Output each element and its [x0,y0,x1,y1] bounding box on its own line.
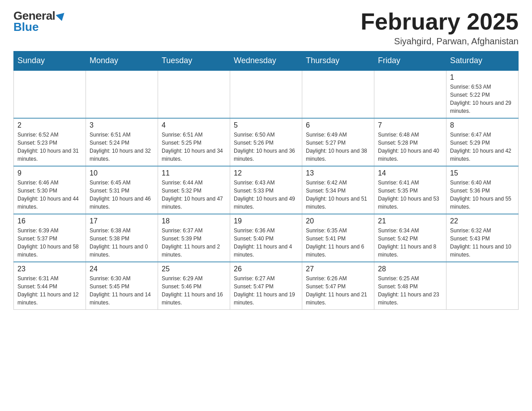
weekday-header-wednesday: Wednesday [230,51,302,71]
calendar-table: SundayMondayTuesdayWednesdayThursdayFrid… [13,51,519,310]
day-number: 16 [17,217,82,225]
calendar-cell [374,70,446,118]
day-info: Sunrise: 6:42 AM Sunset: 5:34 PM Dayligh… [306,179,370,211]
calendar-cell: 10Sunrise: 6:45 AM Sunset: 5:31 PM Dayli… [86,166,158,214]
calendar-cell: 2Sunrise: 6:52 AM Sunset: 5:23 PM Daylig… [14,118,86,166]
day-number: 17 [90,217,154,225]
day-number: 4 [162,121,226,129]
weekday-header-monday: Monday [86,51,158,71]
calendar-cell: 22Sunrise: 6:32 AM Sunset: 5:43 PM Dayli… [446,214,519,262]
calendar-cell: 3Sunrise: 6:51 AM Sunset: 5:24 PM Daylig… [86,118,158,166]
day-number: 24 [90,265,154,273]
day-number: 25 [162,265,226,273]
day-info: Sunrise: 6:38 AM Sunset: 5:38 PM Dayligh… [90,227,154,259]
calendar-cell: 9Sunrise: 6:46 AM Sunset: 5:30 PM Daylig… [14,166,86,214]
calendar-cell: 25Sunrise: 6:29 AM Sunset: 5:46 PM Dayli… [158,262,230,310]
day-number: 8 [450,121,515,129]
day-info: Sunrise: 6:30 AM Sunset: 5:45 PM Dayligh… [90,274,154,307]
day-number: 22 [450,217,515,225]
calendar-cell: 16Sunrise: 6:39 AM Sunset: 5:37 PM Dayli… [14,214,86,262]
weekday-header-thursday: Thursday [302,51,374,71]
day-info: Sunrise: 6:49 AM Sunset: 5:27 PM Dayligh… [306,131,370,163]
day-info: Sunrise: 6:41 AM Sunset: 5:35 PM Dayligh… [378,179,442,211]
day-info: Sunrise: 6:36 AM Sunset: 5:40 PM Dayligh… [234,227,298,259]
weekday-header-sunday: Sunday [14,51,86,71]
day-info: Sunrise: 6:35 AM Sunset: 5:41 PM Dayligh… [306,227,370,259]
day-info: Sunrise: 6:39 AM Sunset: 5:37 PM Dayligh… [17,227,82,259]
calendar-cell: 6Sunrise: 6:49 AM Sunset: 5:27 PM Daylig… [302,118,374,166]
calendar-week-row: 9Sunrise: 6:46 AM Sunset: 5:30 PM Daylig… [14,166,519,214]
calendar-week-row: 1Sunrise: 6:53 AM Sunset: 5:22 PM Daylig… [14,70,519,118]
day-info: Sunrise: 6:31 AM Sunset: 5:44 PM Dayligh… [17,274,82,307]
calendar-cell [158,70,230,118]
day-number: 13 [306,169,370,177]
day-number: 10 [90,169,154,177]
calendar-cell [86,70,158,118]
day-number: 19 [234,217,298,225]
day-number: 21 [378,217,442,225]
calendar-cell: 8Sunrise: 6:47 AM Sunset: 5:29 PM Daylig… [446,118,519,166]
calendar-cell: 13Sunrise: 6:42 AM Sunset: 5:34 PM Dayli… [302,166,374,214]
calendar-cell [446,262,519,310]
page-title: February 2025 [360,9,519,34]
calendar-cell: 12Sunrise: 6:43 AM Sunset: 5:33 PM Dayli… [230,166,302,214]
calendar-week-row: 16Sunrise: 6:39 AM Sunset: 5:37 PM Dayli… [14,214,519,262]
calendar-cell: 19Sunrise: 6:36 AM Sunset: 5:40 PM Dayli… [230,214,302,262]
day-number: 15 [450,169,515,177]
calendar-week-row: 23Sunrise: 6:31 AM Sunset: 5:44 PM Dayli… [14,262,519,310]
day-number: 14 [378,169,442,177]
weekday-header-saturday: Saturday [446,51,519,71]
calendar-cell: 15Sunrise: 6:40 AM Sunset: 5:36 PM Dayli… [446,166,519,214]
calendar-cell: 4Sunrise: 6:51 AM Sunset: 5:25 PM Daylig… [158,118,230,166]
calendar-cell [302,70,374,118]
page-subtitle: Siyahgird, Parwan, Afghanistan [360,36,519,47]
day-number: 5 [234,121,298,129]
calendar-cell: 20Sunrise: 6:35 AM Sunset: 5:41 PM Dayli… [302,214,374,262]
day-number: 18 [162,217,226,225]
day-info: Sunrise: 6:26 AM Sunset: 5:47 PM Dayligh… [306,274,370,307]
day-info: Sunrise: 6:27 AM Sunset: 5:47 PM Dayligh… [234,274,298,307]
calendar-cell: 18Sunrise: 6:37 AM Sunset: 5:39 PM Dayli… [158,214,230,262]
logo-blue-text: Blue [13,20,39,34]
day-number: 9 [17,169,82,177]
day-info: Sunrise: 6:34 AM Sunset: 5:42 PM Dayligh… [378,227,442,259]
day-info: Sunrise: 6:29 AM Sunset: 5:46 PM Dayligh… [162,274,226,307]
day-info: Sunrise: 6:50 AM Sunset: 5:26 PM Dayligh… [234,131,298,163]
day-info: Sunrise: 6:32 AM Sunset: 5:43 PM Dayligh… [450,227,515,259]
calendar-cell: 28Sunrise: 6:25 AM Sunset: 5:48 PM Dayli… [374,262,446,310]
day-info: Sunrise: 6:48 AM Sunset: 5:28 PM Dayligh… [378,131,442,163]
page-header: General Blue February 2025 Siyahgird, Pa… [13,9,519,47]
day-info: Sunrise: 6:25 AM Sunset: 5:48 PM Dayligh… [378,274,442,307]
weekday-header-friday: Friday [374,51,446,71]
calendar-cell: 27Sunrise: 6:26 AM Sunset: 5:47 PM Dayli… [302,262,374,310]
day-number: 2 [17,121,82,129]
calendar-cell: 7Sunrise: 6:48 AM Sunset: 5:28 PM Daylig… [374,118,446,166]
day-number: 28 [378,265,442,273]
day-info: Sunrise: 6:51 AM Sunset: 5:24 PM Dayligh… [90,131,154,163]
calendar-cell: 23Sunrise: 6:31 AM Sunset: 5:44 PM Dayli… [14,262,86,310]
calendar-cell [14,70,86,118]
day-info: Sunrise: 6:47 AM Sunset: 5:29 PM Dayligh… [450,131,515,163]
day-number: 26 [234,265,298,273]
day-number: 23 [17,265,82,273]
calendar-cell: 21Sunrise: 6:34 AM Sunset: 5:42 PM Dayli… [374,214,446,262]
calendar-cell [230,70,302,118]
calendar-cell: 24Sunrise: 6:30 AM Sunset: 5:45 PM Dayli… [86,262,158,310]
day-number: 12 [234,169,298,177]
weekday-header-tuesday: Tuesday [158,51,230,71]
day-info: Sunrise: 6:46 AM Sunset: 5:30 PM Dayligh… [17,179,82,211]
day-info: Sunrise: 6:43 AM Sunset: 5:33 PM Dayligh… [234,179,298,211]
day-number: 1 [450,73,515,81]
calendar-week-row: 2Sunrise: 6:52 AM Sunset: 5:23 PM Daylig… [14,118,519,166]
day-info: Sunrise: 6:40 AM Sunset: 5:36 PM Dayligh… [450,179,515,211]
day-info: Sunrise: 6:45 AM Sunset: 5:31 PM Dayligh… [90,179,154,211]
day-number: 11 [162,169,226,177]
day-info: Sunrise: 6:52 AM Sunset: 5:23 PM Dayligh… [17,131,82,163]
day-info: Sunrise: 6:53 AM Sunset: 5:22 PM Dayligh… [450,83,515,115]
weekday-header-row: SundayMondayTuesdayWednesdayThursdayFrid… [14,51,519,71]
calendar-cell: 26Sunrise: 6:27 AM Sunset: 5:47 PM Dayli… [230,262,302,310]
calendar-cell: 17Sunrise: 6:38 AM Sunset: 5:38 PM Dayli… [86,214,158,262]
calendar-cell: 1Sunrise: 6:53 AM Sunset: 5:22 PM Daylig… [446,70,519,118]
logo: General Blue [13,9,65,34]
day-number: 20 [306,217,370,225]
